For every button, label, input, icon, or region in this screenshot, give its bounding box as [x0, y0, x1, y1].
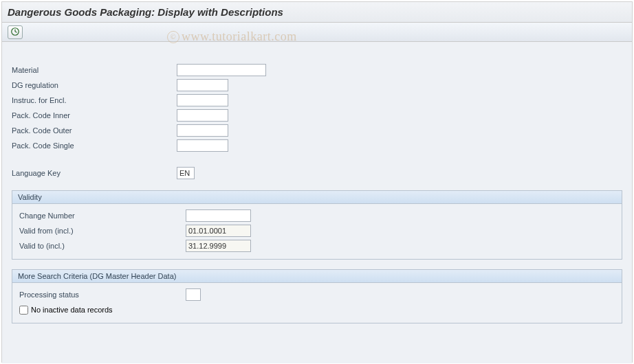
- material-input[interactable]: [177, 64, 266, 76]
- pack-code-outer-input[interactable]: [177, 124, 228, 137]
- valid-from-input[interactable]: [186, 225, 251, 237]
- processing-status-input[interactable]: [186, 288, 201, 301]
- change-number-label: Change Number: [19, 212, 186, 220]
- pack-code-outer-label: Pack. Code Outer: [12, 126, 177, 135]
- no-inactive-label: No inactive data records: [31, 306, 113, 314]
- valid-to-input[interactable]: [186, 240, 251, 252]
- language-key-label: Language Key: [12, 169, 177, 177]
- no-inactive-checkbox[interactable]: [19, 306, 28, 315]
- material-label: Material: [12, 66, 177, 74]
- pack-code-inner-input[interactable]: [177, 109, 228, 122]
- validity-title: Validity: [12, 191, 622, 204]
- page-title: Dangerous Goods Packaging: Display with …: [2, 2, 632, 23]
- pack-code-inner-label: Pack. Code Inner: [12, 111, 177, 120]
- dg-regulation-input[interactable]: [177, 79, 228, 91]
- valid-from-label: Valid from (incl.): [19, 227, 186, 235]
- more-criteria-group: More Search Criteria (DG Master Header D…: [12, 269, 622, 323]
- valid-to-label: Valid to (incl.): [19, 242, 186, 250]
- execute-button[interactable]: [8, 25, 23, 39]
- processing-status-label: Processing status: [19, 291, 186, 299]
- pack-code-single-label: Pack. Code Single: [12, 141, 177, 150]
- app-window: Dangerous Goods Packaging: Display with …: [1, 1, 633, 363]
- svg-line-2: [15, 32, 17, 32]
- pack-code-single-input[interactable]: [177, 139, 228, 152]
- execute-clock-icon: [10, 27, 20, 38]
- validity-group: Validity Change Number Valid from (incl.…: [12, 190, 622, 260]
- instruc-encl-input[interactable]: [177, 94, 228, 106]
- more-criteria-title: More Search Criteria (DG Master Header D…: [12, 270, 622, 283]
- content-area: ©www.tutorialkart.com Material DG regula…: [2, 42, 632, 363]
- language-key-input[interactable]: [177, 167, 195, 179]
- change-number-input[interactable]: [186, 209, 251, 222]
- dg-regulation-label: DG regulation: [12, 81, 177, 89]
- instruc-encl-label: Instruc. for Encl.: [12, 96, 177, 104]
- toolbar: [2, 23, 632, 42]
